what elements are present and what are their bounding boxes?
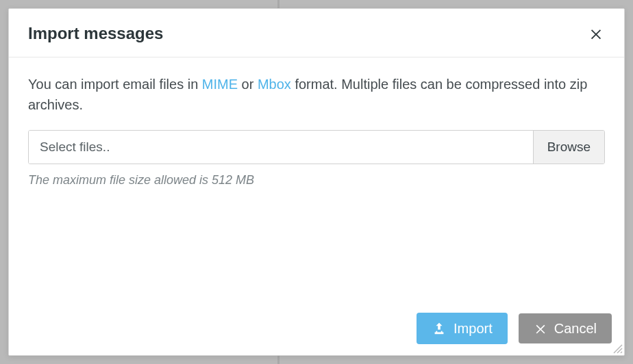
close-button[interactable] [587, 25, 605, 42]
dialog-header: Import messages [9, 9, 624, 57]
modal-backdrop: Import messages You can import email fil… [0, 0, 633, 364]
dialog-title: Import messages [28, 24, 163, 43]
description-pre: You can import email files in [28, 77, 202, 92]
dialog-body: You can import email files in MIME or Mb… [9, 57, 624, 304]
browse-button[interactable]: Browse [533, 131, 604, 164]
import-button[interactable]: Import [417, 313, 508, 344]
cancel-icon [534, 322, 547, 335]
cancel-button-label: Cancel [554, 322, 597, 335]
dialog-footer: Import Cancel [9, 304, 624, 355]
description-or: or [238, 77, 258, 92]
mime-link[interactable]: MIME [202, 77, 238, 92]
file-select-row: Select files.. Browse [28, 130, 605, 164]
mbox-link[interactable]: Mbox [258, 77, 291, 92]
upload-icon [432, 321, 447, 336]
import-button-label: Import [454, 322, 493, 335]
file-input[interactable]: Select files.. [29, 131, 533, 164]
close-icon [588, 26, 604, 41]
cancel-button[interactable]: Cancel [519, 313, 612, 343]
file-size-hint: The maximum file size allowed is 512 MB [28, 171, 605, 190]
import-messages-dialog: Import messages You can import email fil… [8, 8, 625, 356]
description-text: You can import email files in MIME or Mb… [28, 74, 605, 115]
